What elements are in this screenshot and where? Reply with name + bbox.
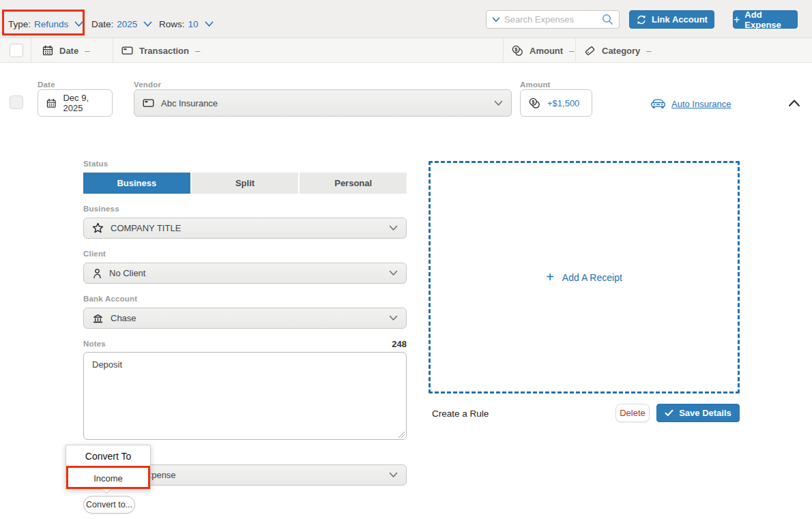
row-checkbox[interactable]	[10, 95, 23, 109]
star-icon	[92, 222, 104, 234]
column-label: Transaction	[139, 46, 189, 56]
bank-account-field-label: Bank Account	[83, 295, 137, 303]
notes-textarea[interactable]: Deposit	[83, 352, 407, 440]
link-account-button[interactable]: Link Account	[629, 10, 714, 29]
credit-card-icon	[121, 45, 133, 56]
vendor-field-label: Vendor	[134, 80, 161, 89]
category-link[interactable]: Auto Insurance	[671, 99, 731, 109]
column-label: Category	[602, 46, 640, 56]
convert-to-button[interactable]: Convert to...	[83, 496, 135, 514]
add-receipt-dropzone[interactable]: + Add A Receipt	[429, 161, 740, 394]
convert-to-popup: Convert To Income	[66, 445, 151, 490]
rows-filter-value: 10	[188, 19, 199, 29]
sort-indicator: –	[646, 46, 651, 56]
vendor-dropdown[interactable]: Abc Insurance	[134, 89, 512, 117]
chevron-down-icon	[205, 21, 214, 27]
link-account-label: Link Account	[652, 14, 708, 25]
date-field-label: Date	[38, 80, 55, 89]
amount-value: +$1,500	[547, 98, 579, 108]
sort-indicator: –	[85, 46, 89, 56]
bank-account-dropdown[interactable]: Chase	[83, 308, 407, 329]
chevron-down-icon[interactable]	[492, 17, 500, 23]
amount-field[interactable]: $ +$1,500	[520, 89, 592, 117]
type-filter-dropdown[interactable]: Type: Refunds	[8, 17, 83, 31]
date-filter-label: Date:	[91, 19, 113, 29]
column-divider	[31, 38, 31, 63]
notes-char-counter: 248	[379, 339, 407, 349]
top-toolbar: Type: Refunds Date: 2025 Rows: 10	[0, 0, 812, 38]
chevron-down-icon	[143, 21, 152, 27]
column-header-category[interactable]: Category –	[584, 38, 652, 63]
search-input[interactable]	[504, 14, 598, 25]
type-filter-value: Refunds	[34, 19, 68, 29]
add-expense-label: Add Expense	[744, 10, 797, 30]
create-a-rule-link[interactable]: Create a Rule	[432, 409, 489, 419]
column-divider	[575, 38, 576, 63]
column-header-transaction[interactable]: Transaction –	[121, 38, 200, 63]
column-divider	[503, 38, 504, 63]
tab-personal[interactable]: Personal	[300, 173, 407, 194]
status-label: Status	[83, 160, 108, 168]
client-field-label: Client	[83, 250, 106, 258]
vendor-value: Abc Insurance	[161, 98, 218, 108]
save-details-label: Save Details	[679, 408, 731, 418]
search-icon[interactable]	[602, 14, 613, 25]
status-tabs: Business Split Personal	[83, 173, 407, 194]
checkmark-icon	[665, 409, 673, 417]
sort-indicator: –	[195, 46, 200, 56]
column-label: Date	[59, 46, 78, 56]
search-expenses-box	[486, 10, 620, 29]
expenses-page: Type: Refunds Date: 2025 Rows: 10	[0, 0, 812, 519]
business-value: COMPANY TITLE	[111, 223, 181, 233]
rows-filter-dropdown[interactable]: Rows: 10	[159, 17, 214, 31]
client-value: No Client	[109, 268, 145, 278]
amount-field-label: Amount	[520, 80, 551, 89]
add-expense-button[interactable]: + Add Expense	[733, 10, 798, 29]
column-label: Amount	[530, 46, 563, 56]
car-icon	[650, 97, 666, 109]
collapse-chevron-up-icon[interactable]	[788, 99, 800, 107]
sort-indicator: –	[569, 46, 574, 56]
sync-icon	[636, 14, 647, 25]
tab-business[interactable]: Business	[83, 173, 190, 194]
select-all-checkbox[interactable]	[10, 44, 23, 57]
notes-field-label: Notes	[83, 340, 106, 348]
person-icon	[92, 268, 102, 279]
column-divider	[113, 38, 113, 63]
convert-to-button-label: Convert to...	[86, 500, 132, 509]
tag-icon	[584, 45, 596, 57]
credit-card-icon	[143, 98, 154, 108]
chevron-down-icon	[74, 21, 83, 27]
chevron-down-icon	[389, 270, 398, 276]
bank-icon	[92, 313, 104, 324]
coins-icon: $	[512, 45, 523, 57]
coins-icon: $	[529, 98, 540, 109]
date-filter-dropdown[interactable]: Date: 2025	[91, 17, 152, 31]
client-dropdown[interactable]: No Client	[83, 263, 407, 284]
column-header-amount[interactable]: $ Amount –	[512, 38, 574, 63]
calendar-icon	[42, 45, 53, 56]
date-value: Dec 9, 2025	[63, 93, 104, 113]
business-dropdown[interactable]: COMPANY TITLE	[83, 218, 407, 239]
column-header-date[interactable]: Date –	[42, 38, 89, 63]
chevron-down-icon	[389, 472, 398, 478]
business-field-label: Business	[83, 205, 119, 213]
delete-button-label: Delete	[620, 408, 646, 418]
chevron-down-icon	[389, 225, 398, 231]
delete-button[interactable]: Delete	[615, 404, 650, 422]
chevron-down-icon	[389, 315, 398, 321]
add-receipt-label: Add A Receipt	[562, 272, 622, 283]
bank-account-value: Chase	[111, 313, 136, 323]
date-picker-field[interactable]: Dec 9, 2025	[38, 89, 113, 117]
type-filter-label: Type:	[8, 19, 31, 29]
rows-filter-label: Rows:	[159, 19, 185, 29]
plus-icon: +	[734, 14, 740, 26]
save-details-button[interactable]: Save Details	[656, 404, 740, 422]
plus-icon: +	[546, 269, 554, 285]
convert-to-popup-title: Convert To	[66, 445, 150, 467]
table-header: Date – Transaction – $ Amount –	[0, 38, 812, 63]
date-filter-value: 2025	[117, 19, 137, 29]
tab-split[interactable]: Split	[192, 173, 299, 194]
calendar-icon	[46, 98, 56, 109]
chevron-down-icon	[494, 100, 503, 106]
